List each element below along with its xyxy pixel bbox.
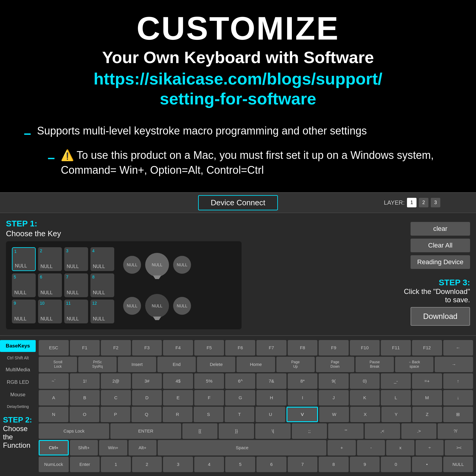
reading-device-button[interactable]: Reading Device xyxy=(411,255,470,269)
key-num1[interactable]: 1 xyxy=(101,457,131,472)
sidebar-item-rgbled[interactable]: RGB LED xyxy=(0,376,36,388)
key-m[interactable]: M xyxy=(412,390,442,405)
key-7[interactable]: 7& xyxy=(256,373,286,389)
key-numdot[interactable]: • xyxy=(412,457,442,472)
key-t[interactable]: T xyxy=(225,407,254,422)
key-equals[interactable]: =+ xyxy=(412,373,442,389)
layer-1-button[interactable]: 1 xyxy=(407,198,416,207)
key-6[interactable]: 6^ xyxy=(225,373,255,389)
macro-key-7[interactable]: 7 NULL xyxy=(64,273,88,297)
macro-key-6[interactable]: 6 NULL xyxy=(38,273,62,297)
knob-2[interactable]: NULL xyxy=(173,256,191,274)
key-esc[interactable]: ESC xyxy=(39,340,69,356)
knob-3[interactable]: NULL xyxy=(123,297,141,315)
key-tilde[interactable]: ~` xyxy=(39,373,69,389)
key-i[interactable]: I xyxy=(288,390,318,405)
layer-3-button[interactable]: 3 xyxy=(431,198,440,207)
key-slash[interactable]: ?/ xyxy=(438,423,473,439)
support-link[interactable]: https://sikaicase.com/blogs/support/sett… xyxy=(18,69,458,109)
key-num7[interactable]: 7 xyxy=(288,457,318,472)
key-h[interactable]: H xyxy=(256,390,286,405)
knob-1[interactable]: NULL xyxy=(123,256,141,274)
sidebar-item-basekeys[interactable]: BaseKeys xyxy=(0,340,36,352)
macro-key-12[interactable]: 12 NULL xyxy=(90,300,114,323)
key-5[interactable]: 5% xyxy=(194,373,224,389)
key-y[interactable]: Y xyxy=(381,407,411,422)
key-f8[interactable]: F8 xyxy=(288,340,318,356)
key-f5[interactable]: F5 xyxy=(194,340,224,356)
key-end[interactable]: End xyxy=(157,357,196,372)
key-minus[interactable]: _- xyxy=(381,373,411,389)
key-down-arrow[interactable]: ↓ xyxy=(443,390,473,405)
key-n[interactable]: N xyxy=(39,407,68,422)
key-f10[interactable]: F10 xyxy=(350,340,380,356)
key-ctrl[interactable]: Ctrl+ xyxy=(39,440,69,455)
key-f1[interactable]: F1 xyxy=(70,340,100,356)
clear-button[interactable]: clear xyxy=(411,222,470,236)
key-numenter[interactable]: Enter xyxy=(70,457,100,472)
key-f7[interactable]: F7 xyxy=(256,340,286,356)
key-scrolllock[interactable]: ScrollLock xyxy=(39,357,77,372)
key-f11[interactable]: F11 xyxy=(381,340,411,356)
key-e[interactable]: E xyxy=(163,390,193,405)
key-home[interactable]: Home xyxy=(237,357,275,372)
key-up-arrow[interactable]: ↑ xyxy=(443,373,473,389)
key-w[interactable]: W xyxy=(319,407,349,422)
key-k[interactable]: K xyxy=(350,390,380,405)
key-win[interactable]: Win+ xyxy=(99,440,127,455)
macro-key-8[interactable]: 8 NULL xyxy=(90,273,114,297)
key-quote[interactable]: '" xyxy=(328,423,364,439)
macro-key-11[interactable]: 11 NULL xyxy=(64,300,88,323)
macro-key-3[interactable]: 3 NULL xyxy=(64,247,88,271)
key-numpad-divide[interactable]: ÷ xyxy=(416,440,444,455)
key-insert[interactable]: Insert xyxy=(118,357,156,372)
key-q[interactable]: Q xyxy=(131,407,161,422)
key-u[interactable]: U xyxy=(256,407,285,422)
clear-all-button[interactable]: Clear All xyxy=(411,239,470,252)
key-backspace-arrow[interactable]: ← xyxy=(443,340,473,356)
key-alt[interactable]: Alt+ xyxy=(129,440,157,455)
key-numpad-plus[interactable]: + xyxy=(328,440,356,455)
key-shift[interactable]: Shift+ xyxy=(70,440,98,455)
key-f[interactable]: F xyxy=(194,390,224,405)
key-a[interactable]: A xyxy=(39,390,69,405)
key-num2[interactable]: 2 xyxy=(132,457,162,472)
knob-4[interactable]: NULL xyxy=(173,297,191,315)
key-prtsc[interactable]: PrtScSysRq xyxy=(78,357,117,372)
layer-2-button[interactable]: 2 xyxy=(419,198,428,207)
key-x[interactable]: X xyxy=(350,407,380,422)
key-period[interactable]: .> xyxy=(401,423,437,439)
key-d[interactable]: D xyxy=(132,390,162,405)
key-8[interactable]: 8* xyxy=(288,373,318,389)
key-g[interactable]: G xyxy=(225,390,255,405)
key-bracketopen[interactable]: [{ xyxy=(182,423,218,439)
key-b[interactable]: B xyxy=(70,390,100,405)
key-3[interactable]: 3# xyxy=(132,373,162,389)
key-v[interactable]: V xyxy=(286,407,318,422)
macro-key-10[interactable]: 10 NULL xyxy=(38,300,62,323)
sidebar-item-mouse[interactable]: Mouse xyxy=(0,389,36,401)
key-s[interactable]: S xyxy=(194,407,223,422)
key-backslash[interactable]: \| xyxy=(255,423,291,439)
key-numnull[interactable]: NULL xyxy=(443,457,473,472)
macro-key-9[interactable]: 9 NULL xyxy=(12,300,36,323)
key-pageup[interactable]: PageUp xyxy=(276,357,315,372)
key-num5[interactable]: 5 xyxy=(225,457,255,472)
key-1[interactable]: 1! xyxy=(70,373,100,389)
key-pagedown[interactable]: PageDown xyxy=(316,357,354,372)
key-f9[interactable]: F9 xyxy=(319,340,349,356)
macro-key-1[interactable]: 1 NULL xyxy=(12,247,36,271)
download-button[interactable]: Download xyxy=(411,307,470,326)
key-f4[interactable]: F4 xyxy=(163,340,193,356)
key-j[interactable]: J xyxy=(319,390,349,405)
key-num0[interactable]: 0 xyxy=(381,457,411,472)
key-c[interactable]: C xyxy=(101,390,131,405)
key-windows[interactable]: ⊞ xyxy=(443,407,473,422)
knob-center-1[interactable]: NULL xyxy=(145,253,169,277)
key-f2[interactable]: F2 xyxy=(101,340,131,356)
key-f12[interactable]: F12 xyxy=(412,340,442,356)
key-z[interactable]: Z xyxy=(412,407,442,422)
key-0[interactable]: 0) xyxy=(350,373,380,389)
key-greater-less[interactable]: >< xyxy=(445,440,473,455)
key-bracketclose[interactable]: }} xyxy=(219,423,254,439)
